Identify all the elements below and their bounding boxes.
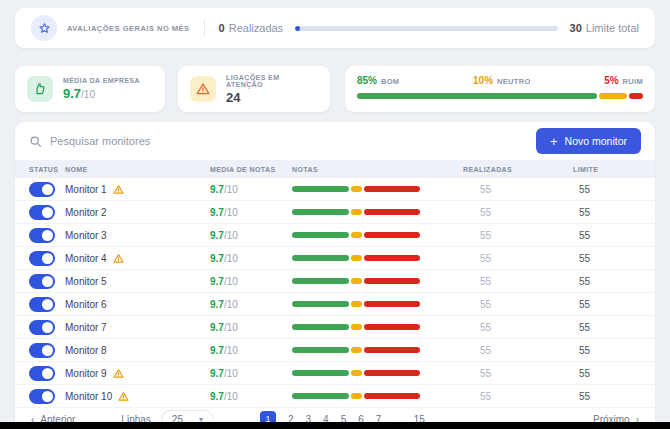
monitor-name: Monitor 3 [65, 230, 107, 241]
score-cell: 9.7/10 [210, 207, 292, 218]
realizadas-count: 0 [219, 22, 225, 34]
name-cell: Monitor 1 [65, 184, 210, 195]
ratings-bar-good [292, 301, 349, 307]
ratings-bar-bad [364, 347, 420, 353]
ratings-bar-neutral [351, 370, 362, 376]
status-toggle[interactable] [29, 320, 55, 335]
score-cell: 9.7/10 [210, 230, 292, 241]
ratings-bar-bad [364, 232, 420, 238]
limit-count: 30 [570, 22, 582, 34]
table-row: Monitor 10 9.7/10 55 55 [15, 385, 655, 408]
toggle-knob [42, 322, 53, 333]
limite-cell: 55 [573, 184, 655, 195]
bom-pct: 85% [357, 75, 377, 86]
notas-cell [292, 301, 463, 307]
status-toggle[interactable] [29, 366, 55, 381]
limite-cell: 55 [573, 276, 655, 287]
name-cell: Monitor 10 [65, 391, 210, 402]
ratings-bar [292, 232, 420, 238]
monitor-name: Monitor 4 [65, 253, 107, 264]
score-cell: 9.7/10 [210, 299, 292, 310]
table-header: STATUS NOME MEDIA DE NOTAS NOTAS REALIZA… [15, 160, 655, 178]
limite-cell: 55 [573, 207, 655, 218]
status-cell [29, 389, 65, 404]
score-value: 9.7 [210, 391, 224, 402]
ruim-pct: 5% [604, 75, 618, 86]
col-media: MEDIA DE NOTAS [210, 166, 292, 173]
score-suffix: /10 [224, 184, 238, 195]
toggle-knob [42, 230, 53, 241]
toggle-knob [42, 345, 53, 356]
ratings-bar-bad [364, 278, 420, 284]
calls-attention-value: 24 [226, 90, 318, 105]
distribution-bar [357, 93, 643, 99]
status-toggle[interactable] [29, 251, 55, 266]
ratings-bar [292, 209, 420, 215]
monitor-name: Monitor 8 [65, 345, 107, 356]
limite-cell: 55 [573, 253, 655, 264]
toggle-knob [42, 184, 53, 195]
new-monitor-label: Novo monitor [565, 135, 627, 147]
score-suffix: /10 [224, 345, 238, 356]
ruim-label: RUIM [623, 77, 643, 86]
score-cell: 9.7/10 [210, 184, 292, 195]
company-average-suffix: /10 [81, 89, 95, 100]
status-cell [29, 205, 65, 220]
ratings-bar-bad [364, 301, 420, 307]
distribution-segment [629, 93, 643, 99]
realizadas-cell: 55 [463, 276, 573, 287]
col-realizadas: REALIZADAS [463, 166, 573, 173]
monitor-name: Monitor 2 [65, 207, 107, 218]
notas-cell [292, 232, 463, 238]
table-row: Monitor 2 9.7/10 55 55 [15, 201, 655, 224]
warning-icon [113, 253, 124, 264]
status-toggle[interactable] [29, 205, 55, 220]
score-value: 9.7 [210, 299, 224, 310]
ratings-bar-good [292, 232, 349, 238]
new-monitor-button[interactable]: + Novo monitor [536, 128, 641, 154]
score-suffix: /10 [224, 299, 238, 310]
col-status: STATUS [29, 166, 65, 173]
table-row: Monitor 3 9.7/10 55 55 [15, 224, 655, 247]
search-input[interactable] [50, 135, 536, 147]
monitor-name: Monitor 6 [65, 299, 107, 310]
status-toggle[interactable] [29, 389, 55, 404]
ratings-bar-neutral [351, 186, 362, 192]
score-value: 9.7 [210, 184, 224, 195]
status-toggle[interactable] [29, 297, 55, 312]
table-row: Monitor 1 9.7/10 55 55 [15, 178, 655, 201]
ratings-bar-good [292, 186, 349, 192]
monitor-name: Monitor 9 [65, 368, 107, 379]
name-cell: Monitor 4 [65, 253, 210, 264]
col-nome: NOME [65, 166, 210, 173]
realizadas-cell: 55 [463, 368, 573, 379]
ratings-bar-neutral [351, 393, 362, 399]
realizadas-cell: 55 [463, 345, 573, 356]
status-toggle[interactable] [29, 182, 55, 197]
distribution-item-ruim: 5% RUIM [604, 75, 643, 86]
search-row: + Novo monitor [15, 122, 655, 160]
ratings-bar-bad [364, 370, 420, 376]
notas-cell [292, 278, 463, 284]
status-cell [29, 297, 65, 312]
bom-label: BOM [381, 77, 399, 86]
warning-icon [113, 368, 124, 379]
ratings-bar-bad [364, 186, 420, 192]
ratings-bar-neutral [351, 347, 362, 353]
ratings-bar [292, 393, 420, 399]
notas-cell [292, 347, 463, 353]
status-toggle[interactable] [29, 228, 55, 243]
status-cell [29, 182, 65, 197]
status-toggle[interactable] [29, 274, 55, 289]
score-suffix: /10 [224, 230, 238, 241]
distribution-item-bom: 85% BOM [357, 75, 399, 86]
score-cell: 9.7/10 [210, 322, 292, 333]
thumbs-up-icon [27, 76, 53, 102]
ratings-bar-neutral [351, 209, 362, 215]
score-suffix: /10 [224, 322, 238, 333]
search-icon [29, 135, 42, 148]
score-value: 9.7 [210, 322, 224, 333]
score-value: 9.7 [210, 230, 224, 241]
status-toggle[interactable] [29, 343, 55, 358]
score-cell: 9.7/10 [210, 276, 292, 287]
